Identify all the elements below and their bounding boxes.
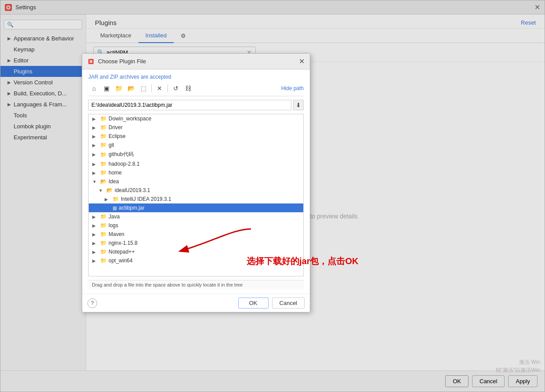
tree-item[interactable]: ▶ 📁 Driver [89, 123, 303, 132]
toolbar-link-button[interactable]: ⛓ [182, 83, 194, 93]
folder-icon: 📁 [100, 170, 107, 176]
dialog-close-button[interactable]: ✕ [299, 57, 305, 65]
expand-icon: ▶ [92, 258, 98, 263]
dialog-title: Choose Plugin File [98, 58, 146, 65]
tree-item-label: home [109, 170, 122, 176]
toolbar-action-button[interactable]: ⬚ [138, 83, 149, 93]
tree-item-label: git [109, 142, 114, 148]
expand-icon: ▼ [98, 188, 105, 193]
expand-icon: ▶ [92, 241, 98, 246]
settings-window: Settings ✕ 🔍 ▶ Appearance & Behavior ▶ K… [0, 0, 545, 392]
drag-hint: Drag and drop a file into the space abov… [88, 280, 304, 289]
toolbar-desktop-button[interactable]: ▣ [101, 83, 112, 93]
tree-item-label: Java [109, 214, 120, 220]
dialog-footer-buttons: OK Cancel [238, 298, 305, 309]
dialog-body: JAR and ZIP archives are accepted ⌂ ▣ 📁 … [82, 69, 310, 294]
tree-item-label: Notepad++ [109, 249, 134, 255]
expand-icon: ▶ [92, 232, 98, 237]
tree-item-label: Dowin_workspace [109, 116, 151, 122]
expand-icon: ▶ [92, 162, 98, 167]
tree-item[interactable]: ▶ 📁 home [89, 168, 303, 177]
tree-item[interactable]: ▶ 📁 Notepad++ [89, 247, 303, 256]
tree-item-intellij[interactable]: ▶ 📁 IntelliJ IDEA 2019.3.1 [89, 195, 303, 203]
file-icon: ▦ [113, 205, 117, 211]
folder-icon: 📁 [113, 196, 119, 202]
file-tree[interactable]: ▶ 📁 Dowin_workspace ▶ 📁 Driver ▶ 📁 Eclip… [88, 114, 304, 276]
dialog-title-bar: Choose Plugin File ✕ [82, 54, 310, 69]
dialog-subtitle: JAR and ZIP archives are accepted [88, 74, 304, 80]
folder-icon: 📂 [100, 178, 107, 185]
folder-icon: 📁 [100, 231, 107, 237]
tree-item-label: logs [109, 222, 118, 229]
expand-icon: ▶ [92, 125, 98, 130]
tree-item[interactable]: ▶ 📁 hadoop-2.8.1 [89, 160, 303, 168]
folder-icon: 📁 [100, 124, 107, 131]
folder-icon: 📁 [100, 116, 107, 122]
dialog-cancel-button[interactable]: Cancel [272, 298, 305, 309]
toolbar-separator [151, 84, 152, 92]
tree-item-label: Maven [109, 231, 124, 237]
expand-icon: ▶ [105, 197, 111, 202]
tree-item-label: hadoop-2.8.1 [109, 161, 140, 167]
dialog-toolbar: ⌂ ▣ 📁 📂 ⬚ ✕ ↺ ⛓ Hide path [88, 83, 304, 96]
dialog-plugin-icon [87, 58, 94, 65]
tree-item[interactable]: ▶ 📁 Maven [89, 230, 303, 239]
dialog-title-left: Choose Plugin File [87, 58, 146, 65]
tree-item[interactable]: ▶ 📁 Dowin_workspace [89, 114, 303, 123]
expand-icon: ▶ [92, 214, 98, 219]
modal-backdrop: Choose Plugin File ✕ JAR and ZIP archive… [0, 0, 545, 392]
folder-icon: 📁 [100, 222, 107, 229]
toolbar-newfolder-button[interactable]: 📁 [113, 83, 124, 93]
toolbar-up-button[interactable]: 📂 [125, 83, 137, 93]
tree-item[interactable]: ▶ 📁 nginx-1.15.8 [89, 239, 303, 247]
hide-path-button[interactable]: Hide path [281, 85, 304, 91]
tree-item-label: nginx-1.15.8 [109, 240, 138, 246]
tree-item-label: actibpm.jar [119, 205, 145, 211]
expand-icon: ▶ [92, 250, 98, 254]
folder-icon: 📁 [100, 214, 107, 220]
toolbar-separator-2 [167, 84, 168, 92]
tree-item-label: github代码 [109, 151, 134, 158]
tree-item-label: Driver [109, 124, 123, 131]
expand-icon: ▼ [92, 179, 98, 184]
dialog-footer: ? OK Cancel [82, 294, 310, 312]
tree-item-label: opt_win64 [109, 258, 133, 264]
tree-item-idealu[interactable]: ▼ 📂 idealU2019.3.1 [89, 186, 303, 195]
tree-item[interactable]: ▶ 📁 github代码 [89, 149, 303, 160]
expand-icon: ▶ [92, 223, 98, 228]
folder-icon: 📁 [100, 161, 107, 167]
tree-item[interactable]: ▶ 📁 Java [89, 212, 303, 221]
folder-icon: 📂 [106, 187, 113, 193]
tree-item-label: idealU2019.3.1 [115, 187, 150, 193]
tree-item-idea[interactable]: ▼ 📂 Idea [89, 177, 303, 186]
toolbar-delete-button[interactable]: ✕ [154, 83, 165, 93]
dialog-help-button[interactable]: ? [87, 298, 97, 308]
tree-item[interactable]: ▶ 📁 logs [89, 221, 303, 230]
folder-icon: 📁 [100, 249, 107, 255]
expand-icon: ▶ [92, 143, 98, 148]
tree-item-label: Idea [109, 178, 119, 185]
expand-icon: ▶ [92, 134, 98, 139]
tree-item-label: IntelliJ IDEA 2019.3.1 [121, 196, 171, 202]
tree-item[interactable]: ▶ 📁 git [89, 141, 303, 149]
path-browse-button[interactable]: ⬇ [293, 100, 304, 110]
toolbar-refresh-button[interactable]: ↺ [170, 83, 182, 93]
choose-plugin-dialog: Choose Plugin File ✕ JAR and ZIP archive… [82, 53, 310, 312]
tree-item[interactable]: ▶ 📁 opt_win64 [89, 256, 303, 265]
svg-rect-3 [90, 60, 92, 63]
toolbar-home-button[interactable]: ⌂ [88, 83, 100, 93]
expand-icon: ▶ [92, 152, 98, 157]
folder-icon: 📁 [100, 152, 107, 158]
folder-icon: 📁 [100, 142, 107, 148]
dialog-ok-button[interactable]: OK [238, 298, 269, 309]
path-row: ⬇ [88, 100, 304, 110]
folder-icon: 📁 [100, 133, 107, 139]
expand-icon: ▶ [92, 116, 98, 121]
tree-item-label: Eclipse [109, 133, 126, 139]
path-input[interactable] [88, 100, 291, 110]
folder-icon: 📁 [100, 240, 107, 246]
tree-item[interactable]: ▶ 📁 Eclipse [89, 132, 303, 141]
tree-item-actibpm[interactable]: ▶ ▦ actibpm.jar [89, 203, 303, 212]
expand-icon: ▶ [92, 171, 98, 175]
folder-icon: 📁 [100, 258, 107, 264]
